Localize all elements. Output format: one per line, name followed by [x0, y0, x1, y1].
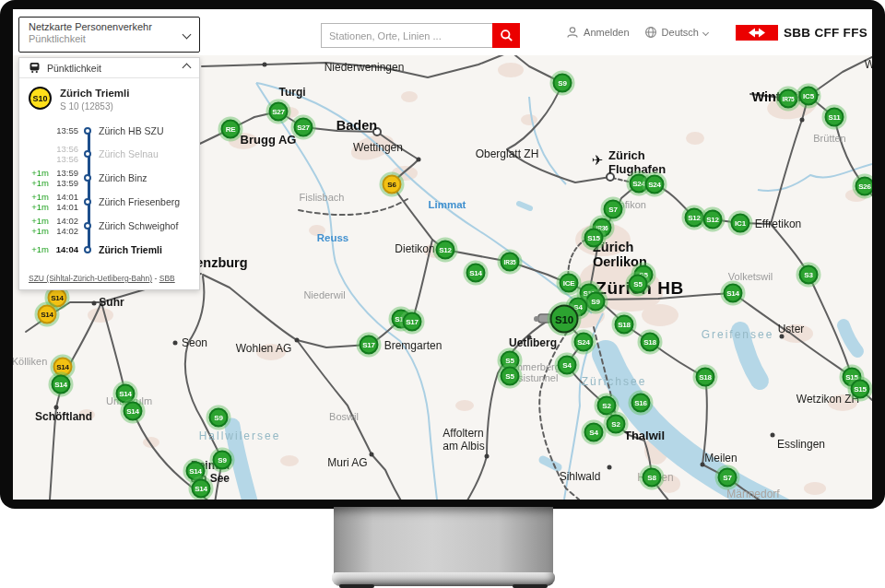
screen: ✈ NiederweningenTurgiBadenBrugg AGWettin…: [13, 9, 872, 500]
line-badge-s17[interactable]: S17: [360, 335, 379, 355]
stop-name: Zürich Friesenberg: [97, 196, 180, 207]
stop-row[interactable]: 13:5613:56Zürich Selnau: [25, 144, 194, 164]
line-badge-s15[interactable]: S15: [584, 229, 604, 248]
monitor-foot: [339, 584, 374, 588]
line-badge-s2[interactable]: S2: [607, 415, 626, 434]
line-badge-ir75[interactable]: IR75: [779, 89, 798, 109]
train-info: S10 Zürich Triemli S 10 (12853): [19, 78, 199, 117]
line-badge-s14[interactable]: S14: [724, 284, 743, 303]
line-badge-s27[interactable]: S27: [269, 102, 289, 122]
stop-node: [84, 246, 91, 253]
line-badge-s5[interactable]: S5: [501, 367, 520, 386]
line-badge-ic1[interactable]: IC1: [731, 214, 750, 233]
stop-node: [84, 198, 91, 206]
line-badge-s14[interactable]: S14: [124, 402, 143, 421]
stops-list: 13:55Zürich HB SZU13:5613:56Zürich Selna…: [19, 117, 199, 259]
airplane-icon: ✈: [592, 152, 604, 169]
monitor-foot: [513, 584, 548, 588]
line-badge-s5[interactable]: S5: [629, 275, 648, 294]
selected-line-badge: S10: [29, 87, 52, 110]
line-badge-s17[interactable]: S17: [403, 312, 422, 332]
line-badge-s24[interactable]: S24: [574, 333, 594, 352]
line-badge-s14[interactable]: S14: [116, 384, 136, 404]
monitor: ✈ NiederweningenTurgiBadenBrugg AGWettin…: [0, 0, 885, 588]
search-icon: [500, 29, 513, 42]
line-badge-s14[interactable]: S14: [466, 264, 486, 283]
chevron-down-icon: [183, 30, 192, 40]
train-name: Zürich Triemli: [60, 87, 129, 99]
stop-name: Zürich Binz: [97, 172, 148, 183]
stop-row[interactable]: +1m14:04Zürich Triemli: [25, 240, 194, 259]
line-badge-s9[interactable]: S9: [209, 408, 229, 428]
search-button[interactable]: [492, 23, 520, 48]
line-badge-s14[interactable]: S14: [53, 358, 73, 377]
stop-name: Zürich Selnau: [97, 148, 159, 159]
stop-node: [84, 222, 91, 229]
stop-node: [84, 150, 91, 158]
line-badge-s6[interactable]: S6: [383, 175, 402, 194]
stop-name: Zürich Triemli: [97, 244, 162, 255]
line-badge-s12[interactable]: S12: [703, 210, 723, 229]
punctuality-panel: Pünktlichkeit S10 Zürich Triemli S 10 (1…: [18, 57, 200, 290]
line-badge-s4[interactable]: S4: [584, 423, 604, 442]
stop-name: Zürich Schweighof: [97, 220, 178, 231]
lakes: [232, 204, 857, 500]
language-label: Deutsch: [662, 27, 699, 38]
chevron-up-icon: [183, 64, 192, 73]
sbb-logo[interactable]: SBB CFF FFS: [736, 25, 867, 41]
stop-row[interactable]: +1m+1m13:5913:59Zürich Binz: [25, 168, 194, 188]
line-badge-s8[interactable]: S8: [643, 468, 662, 488]
panel-footer-link[interactable]: SBB: [159, 274, 175, 283]
line-badge-s7[interactable]: S7: [604, 200, 623, 219]
stop-row[interactable]: +1m+1m14:0114:01Zürich Friesenberg: [25, 192, 194, 212]
line-badge-s27[interactable]: S27: [294, 118, 313, 137]
line-badge-s12[interactable]: S12: [685, 208, 704, 228]
panel-header[interactable]: Pünktlichkeit: [19, 58, 199, 78]
layer-dropdown-subtitle: Pünktlichkeit: [29, 33, 179, 44]
line-badge-s2[interactable]: S2: [597, 396, 617, 416]
login-label: Anmelden: [584, 27, 630, 38]
line-badge-s10[interactable]: S10: [550, 305, 579, 334]
sbb-logo-text: SBB CFF FFS: [784, 26, 867, 40]
line-badge-s18[interactable]: S18: [641, 333, 660, 352]
panel-footer-link[interactable]: SZU (Sihltal-Zürich-Uetliberg-Bahn): [29, 274, 152, 283]
line-badge-ice[interactable]: ICE: [560, 274, 579, 293]
line-badge-s3[interactable]: S3: [799, 265, 819, 285]
search-input[interactable]: [321, 23, 492, 48]
line-badge-s11[interactable]: S11: [825, 108, 844, 127]
line-badge-s24[interactable]: S24: [645, 175, 665, 194]
line-badge-s14[interactable]: S14: [52, 375, 71, 394]
monitor-stand: [334, 507, 553, 574]
line-badge-s26[interactable]: S26: [856, 177, 873, 196]
login-button[interactable]: Anmelden: [566, 26, 630, 39]
stop-row[interactable]: 13:55Zürich HB SZU: [25, 121, 194, 140]
line-badge-ic5[interactable]: IC5: [799, 87, 819, 106]
language-selector[interactable]: Deutsch: [644, 26, 708, 39]
layer-dropdown[interactable]: Netzkarte Personenverkehr Pünktlichkeit: [18, 17, 200, 53]
line-badge-s9[interactable]: S9: [553, 74, 572, 93]
stop-row[interactable]: +1m+1m14:0214:02Zürich Schweighof: [25, 216, 194, 236]
line-badge-s16[interactable]: S16: [631, 394, 651, 413]
line-badge-s9[interactable]: S9: [586, 292, 606, 312]
line-badge-s14[interactable]: S14: [38, 305, 57, 324]
line-badge-s14[interactable]: S14: [186, 462, 206, 481]
line-badge-re[interactable]: RE: [221, 120, 241, 139]
line-badge-s18[interactable]: S18: [696, 368, 715, 387]
chevron-down-icon: [702, 29, 709, 35]
line-badge-s18[interactable]: S18: [615, 315, 634, 335]
train-line-info: S 10 (12853): [60, 101, 129, 112]
line-badge-s4[interactable]: S4: [558, 356, 577, 375]
line-badge-s14[interactable]: S14: [192, 479, 211, 499]
stop-node: [84, 174, 91, 182]
line-badge-ir35[interactable]: IR35: [501, 253, 520, 272]
line-badge-s12[interactable]: S12: [436, 241, 455, 260]
line-badge-s7[interactable]: S7: [718, 468, 738, 488]
line-badge-s9[interactable]: S9: [213, 451, 232, 470]
sbb-flag-icon: [736, 25, 778, 41]
panel-header-label: Pünktlichkeit: [47, 63, 177, 74]
user-icon: [566, 26, 579, 39]
stop-name: Zürich HB SZU: [97, 125, 164, 136]
header-right: Anmelden Deutsch SBB CFF: [566, 9, 867, 55]
line-badge-s15[interactable]: S15: [851, 380, 870, 399]
search-bar: [321, 23, 520, 48]
